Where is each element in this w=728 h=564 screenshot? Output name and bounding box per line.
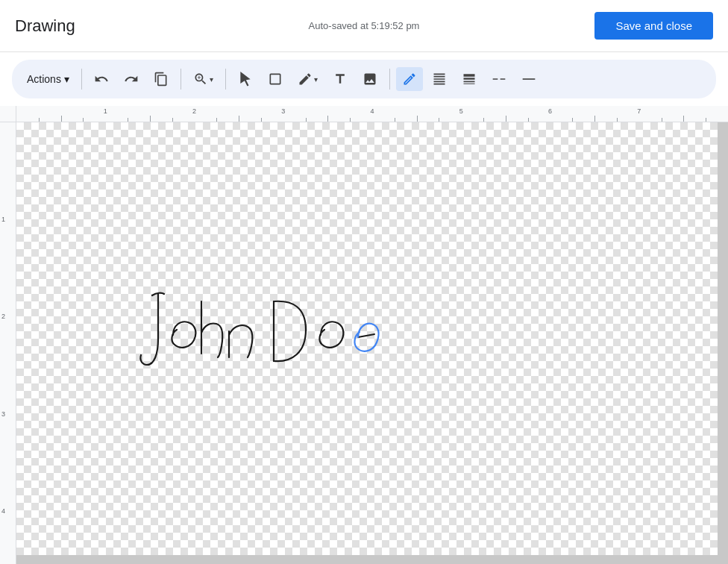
shape-button[interactable] [262, 67, 289, 91]
text-icon [333, 72, 348, 87]
toolbar-divider-1 [81, 69, 82, 90]
undo-icon [94, 72, 109, 87]
line-align-icon [432, 72, 447, 87]
short-dash-icon [492, 72, 506, 87]
short-dash-button[interactable] [486, 67, 512, 91]
scribble-icon [298, 72, 313, 87]
zoom-chevron: ▾ [210, 75, 213, 84]
select-button[interactable] [232, 67, 259, 91]
text-button[interactable] [327, 67, 354, 91]
pen-icon [402, 72, 417, 87]
line-weight-icon [462, 72, 477, 87]
line-weight-button[interactable] [456, 67, 483, 91]
actions-label: Actions [27, 73, 61, 85]
zoom-icon [193, 72, 208, 87]
ruler-vertical: 1234 [0, 122, 16, 564]
zoom-button[interactable]: ▾ [187, 67, 219, 91]
scribble-chevron: ▾ [314, 75, 318, 84]
cursor-icon [238, 72, 253, 87]
page-title: Drawing [15, 16, 75, 36]
ruler-horizontal: 1234567 [16, 106, 728, 122]
ruler-corner [0, 106, 16, 122]
toolbar: Actions ▾ ▾ ▾ [12, 60, 716, 98]
format-copy-button[interactable] [148, 67, 175, 91]
actions-menu-button[interactable]: Actions ▾ [21, 69, 75, 90]
canvas-wrapper: 1234567 1234 [0, 106, 728, 564]
redo-button[interactable] [118, 67, 145, 91]
canvas-surface[interactable] [16, 122, 718, 555]
autosave-status: Auto-saved at 5:19:52 pm [309, 20, 420, 31]
actions-chevron-icon: ▾ [64, 73, 69, 85]
pen-button[interactable] [396, 67, 423, 91]
undo-button[interactable] [88, 67, 115, 91]
signature-drawing [136, 272, 456, 391]
toolbar-divider-2 [181, 69, 181, 90]
image-button[interactable] [357, 67, 383, 91]
app-header: Drawing Auto-saved at 5:19:52 pm Save an… [0, 0, 728, 52]
long-dash-button[interactable] [515, 67, 542, 91]
toolbar-divider-3 [225, 69, 226, 90]
format-copy-icon [154, 72, 169, 87]
shape-icon [268, 72, 283, 87]
long-dash-icon [521, 72, 536, 87]
image-icon [363, 72, 377, 87]
line-align-button[interactable] [426, 67, 453, 91]
drawing-canvas[interactable] [16, 122, 728, 564]
save-close-button[interactable]: Save and close [594, 12, 713, 40]
toolbar-divider-4 [389, 69, 390, 90]
scribble-button[interactable]: ▾ [292, 67, 324, 91]
redo-icon [124, 72, 139, 87]
